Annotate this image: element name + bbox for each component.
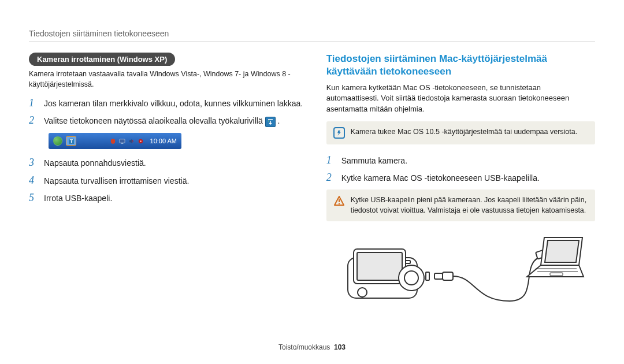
section-heading: Tiedostojen siirtäminen Mac-käyttöjärjes… xyxy=(326,53,595,78)
page-number: 103 xyxy=(334,343,346,351)
list-item: 5 Irrota USB-kaapeli. xyxy=(29,192,303,204)
note-text: Kytke USB-kaapelin pieni pää kameraan. J… xyxy=(351,195,588,216)
step-text: Sammuta kamera. xyxy=(341,155,595,166)
warning-icon xyxy=(333,195,345,207)
step-number: 2 xyxy=(326,172,336,184)
monitor-icon xyxy=(119,138,126,144)
step-list: 1 Jos kameran tilan merkkivalo vilkkuu, … xyxy=(29,98,303,127)
svg-rect-17 xyxy=(443,272,453,280)
step-text: Irrota USB-kaapeli. xyxy=(44,192,303,204)
step-text: Kytke kamera Mac OS -tietokoneeseen USB-… xyxy=(341,172,595,184)
list-item: 3 Napsauta ponnahdusviestiä. xyxy=(29,157,303,169)
step-number: 2 xyxy=(29,115,38,127)
step-number: 3 xyxy=(29,157,38,169)
footer-label: Toisto/muokkaus xyxy=(278,343,330,351)
step-number: 1 xyxy=(326,155,336,166)
svg-rect-15 xyxy=(426,272,429,280)
step-text: Valitse tietokoneen näytössä alaoikealla… xyxy=(44,115,303,127)
system-tray: 10:00 AM xyxy=(110,138,177,144)
taskbar-illustration: 10:00 AM xyxy=(49,133,181,149)
connection-illustration xyxy=(326,232,595,313)
svg-rect-14 xyxy=(406,261,410,263)
camera-icon xyxy=(348,249,429,298)
divider xyxy=(29,42,595,42)
note-text: Kamera tukee Mac OS 10.5 -käyttöjärjeste… xyxy=(351,127,578,138)
info-icon xyxy=(333,127,345,139)
list-item: 2 Kytke kamera Mac OS -tietokoneeseen US… xyxy=(326,172,595,184)
svg-rect-7 xyxy=(339,203,340,205)
left-column: Kameran irrottaminen (Windows XP) Kamera… xyxy=(29,53,303,313)
warning-note: Kytke USB-kaapelin pieni pää kameraan. J… xyxy=(326,190,595,221)
svg-point-13 xyxy=(404,271,418,285)
svg-rect-21 xyxy=(550,273,563,276)
svg-point-0 xyxy=(268,121,269,122)
step-text-fragment: Valitse tietokoneen näytössä alaoikealla… xyxy=(44,116,265,125)
step-text-fragment: . xyxy=(276,116,280,125)
eject-icon xyxy=(265,117,276,127)
step-list: 1 Sammuta kamera. 2 Kytke kamera Mac OS … xyxy=(326,155,595,184)
step-text: Napsauta turvallisen irrottamisen viesti… xyxy=(44,175,303,187)
svg-rect-16 xyxy=(434,273,443,279)
shield-icon xyxy=(110,138,117,144)
section-intro: Kun kamera kytketään Mac OS -tietokonees… xyxy=(326,83,595,114)
svg-rect-2 xyxy=(120,139,125,143)
eject-icon xyxy=(68,138,75,144)
step-number: 1 xyxy=(29,98,38,109)
step-text: Napsauta ponnahdusviestiä. xyxy=(44,157,303,169)
svg-point-11 xyxy=(358,288,367,297)
step-list-continued: 3 Napsauta ponnahdusviestiä. 4 Napsauta … xyxy=(29,157,303,204)
list-item: 1 Sammuta kamera. xyxy=(326,155,595,166)
step-number: 4 xyxy=(29,175,38,187)
section-intro: Kamera irrotetaan vastaavalla tavalla Wi… xyxy=(29,69,303,90)
right-column: Tiedostojen siirtäminen Mac-käyttöjärjes… xyxy=(326,53,595,313)
list-item: 2 Valitse tietokoneen näytössä alaoikeal… xyxy=(29,115,303,127)
info-note: Kamera tukee Mac OS 10.5 -käyttöjärjeste… xyxy=(326,121,595,144)
breadcrumb: Tiedostojen siirtäminen tietokoneeseen xyxy=(29,29,595,38)
network-icon xyxy=(138,138,144,144)
list-item: 1 Jos kameran tilan merkkivalo vilkkuu, … xyxy=(29,98,303,109)
start-button-icon xyxy=(53,136,62,146)
step-text: Jos kameran tilan merkkivalo vilkkuu, od… xyxy=(44,98,303,109)
volume-icon xyxy=(128,138,135,144)
step-number: 5 xyxy=(29,192,38,204)
laptop-icon xyxy=(527,237,584,277)
svg-rect-10 xyxy=(357,252,402,280)
tray-group xyxy=(66,136,76,146)
svg-rect-3 xyxy=(121,143,124,143)
page-footer: Toisto/muokkaus 103 xyxy=(0,343,624,351)
svg-rect-6 xyxy=(339,199,340,202)
list-item: 4 Napsauta turvallisen irrottamisen vies… xyxy=(29,175,303,187)
section-pill: Kameran irrottaminen (Windows XP) xyxy=(29,53,175,66)
svg-point-5 xyxy=(140,140,142,142)
taskbar-clock: 10:00 AM xyxy=(150,138,177,144)
